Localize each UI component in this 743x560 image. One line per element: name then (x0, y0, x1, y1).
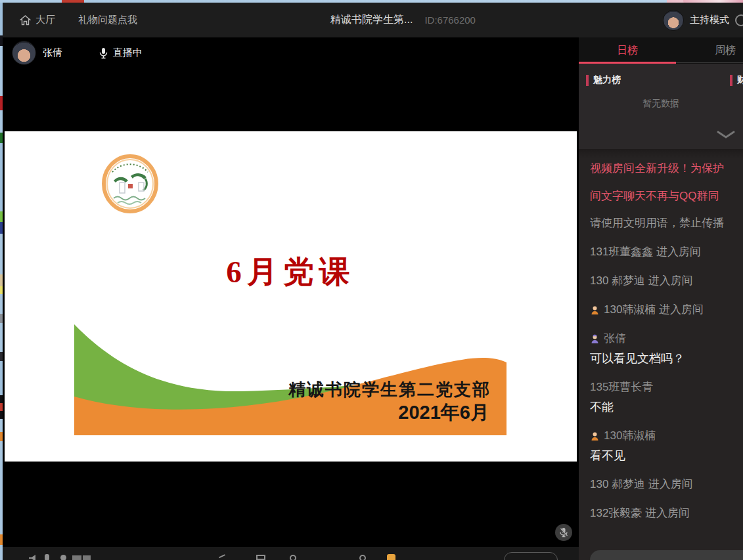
member-badge-orange-icon (590, 305, 600, 315)
title-bar: 大厅 礼物问题点我 精诚书院学生第... ID:6766200 主持模式 (3, 3, 743, 37)
toolbar-pill-button[interactable] (504, 552, 558, 560)
gift-question-label: 礼物问题点我 (78, 14, 137, 26)
tab-weekly-label: 周榜 (715, 44, 736, 58)
member-badge-purple-icon (590, 334, 600, 344)
home-icon (20, 15, 31, 26)
slide-org-name: 精诚书院学生第二党支部 (288, 378, 491, 401)
ranking-tabbar: 日榜 周榜 (579, 37, 743, 64)
slide-date: 2021年6月 (398, 400, 489, 426)
chat-message: 张倩 可以看见文档吗？ (590, 329, 743, 368)
enter-room-message: 130韩淑楠 进入房间 (590, 300, 743, 320)
room-title-group: 精诚书院学生第... ID:6766200 (330, 3, 476, 37)
toolbar-glyph[interactable] (83, 555, 91, 560)
enter-room-message: 132张毅豪 进入房间 (590, 504, 743, 523)
section-accent-bar (586, 75, 589, 86)
tab-daily-rank[interactable]: 日榜 (579, 37, 676, 64)
member-icon[interactable] (60, 555, 66, 560)
hall-button[interactable]: 大厅 (20, 3, 55, 37)
chat-name-line: 张倩 (590, 329, 743, 349)
gift-question-button[interactable]: 礼物问题点我 (78, 3, 137, 37)
announcement-line: 间文字聊天不再与QQ群同 (590, 186, 743, 207)
screen-share-icon[interactable] (256, 555, 265, 560)
mic-toggle-icon[interactable] (45, 554, 49, 560)
toolbar-glyph[interactable] (219, 554, 227, 560)
chat-sender-name: 张倩 (604, 329, 626, 349)
bottom-toolbar (3, 547, 579, 560)
enter-room-text: 130韩淑楠 进入房间 (604, 300, 704, 320)
empty-data-text: 暂无数据 (579, 98, 743, 110)
system-message: 请使用文明用语，禁止传播 (590, 213, 743, 233)
chat-message: 135班曹长青 不能 (590, 377, 743, 417)
streamer-name: 张倩 (43, 47, 62, 59)
speaker-icon[interactable] (29, 555, 35, 560)
host-mode-dropdown-icon[interactable] (735, 14, 743, 26)
section-accent-bar (730, 75, 732, 86)
toolbar-circle-icon[interactable] (290, 555, 296, 560)
host-mode-label[interactable]: 主持模式 (690, 14, 729, 26)
toolbar-circle-icon[interactable] (359, 555, 366, 560)
chat-text: 不能 (590, 397, 743, 417)
chat-name-line: 130韩淑楠 (590, 426, 743, 446)
presentation-slide: 6月党课 精诚书院学生第二党支部 2021年6月 (5, 131, 577, 462)
header-right-group: 主持模式 (663, 3, 739, 37)
college-logo (102, 151, 158, 214)
announcement-line: 视频房间全新升级！为保护 (590, 158, 743, 179)
slide-title: 6月党课 (5, 251, 577, 293)
gift-icon[interactable] (387, 554, 395, 560)
video-stage: 张倩 直播中 6月党课 精诚书院学生第二党支部 2021年 (3, 37, 579, 547)
chat-sidebar: 日榜 周榜 魅力榜 财 暂无数据 视频房间全新升级！为保护 间文字聊天不再与QQ… (579, 37, 743, 560)
collapse-chevron-icon[interactable] (717, 129, 735, 141)
hall-label: 大厅 (35, 14, 55, 26)
chat-text: 看不见 (590, 446, 743, 465)
wealth-rank-label: 财 (737, 74, 743, 86)
streamer-avatar[interactable] (12, 41, 36, 65)
streamer-info: 张倩 直播中 (12, 41, 143, 65)
room-id: ID:6766200 (424, 14, 476, 26)
live-status-label: 直播中 (113, 47, 143, 59)
muted-microphone-button[interactable] (555, 524, 572, 541)
user-avatar[interactable] (663, 10, 684, 31)
enter-room-message: 130 郝梦迪 进入房间 (590, 271, 743, 291)
enter-room-message: 131班董鑫鑫 进入房间 (590, 242, 743, 262)
room-title: 精诚书院学生第... (330, 13, 413, 27)
tab-divider (676, 62, 743, 63)
tab-daily-label: 日榜 (617, 44, 638, 58)
chat-text: 可以看见文档吗？ (590, 349, 743, 368)
ranking-panel: 魅力榜 财 暂无数据 (579, 64, 743, 149)
charm-rank-section: 魅力榜 (586, 74, 621, 86)
wealth-rank-section: 财 (730, 74, 743, 86)
chat-message: 130韩淑楠 看不见 (590, 426, 743, 465)
chat-message-list: 视频房间全新升级！为保护 间文字聊天不再与QQ群同 请使用文明用语，禁止传播 1… (579, 149, 743, 560)
member-badge-orange-icon (590, 431, 600, 441)
toolbar-glyph[interactable] (72, 555, 81, 560)
chat-sender-name: 130韩淑楠 (604, 426, 656, 446)
chat-sender-name: 135班曹长青 (590, 377, 653, 397)
enter-room-message: 130 郝梦迪 进入房间 (590, 475, 743, 494)
charm-rank-label: 魅力榜 (593, 74, 621, 86)
chat-name-line: 135班曹长青 (590, 377, 743, 397)
chat-input[interactable] (590, 550, 743, 560)
tab-weekly-rank[interactable]: 周榜 (697, 37, 743, 64)
slide-wave-graphic: 精诚书院学生第二党支部 2021年6月 (74, 320, 507, 435)
microphone-icon (99, 47, 108, 59)
